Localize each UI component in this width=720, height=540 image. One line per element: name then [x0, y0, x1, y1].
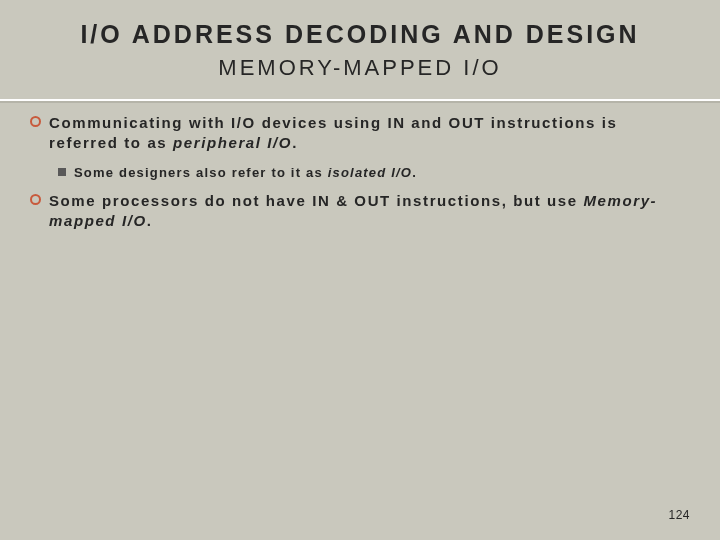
- bullet-level1: Communicating with I/O devices using IN …: [30, 113, 690, 154]
- bullet-level2: Some designers also refer to it as isola…: [58, 164, 690, 182]
- text-italic: peripheral I/O: [173, 134, 292, 151]
- text-run: Communicating with I/O devices using IN …: [49, 114, 617, 151]
- bullet-text: Some designers also refer to it as isola…: [74, 164, 417, 182]
- text-run: .: [292, 134, 298, 151]
- slide-title: I/O ADDRESS DECODING AND DESIGN: [28, 20, 692, 49]
- page-number: 124: [668, 508, 690, 522]
- text-run: Some designers also refer to it as: [74, 165, 328, 180]
- text-run: .: [412, 165, 417, 180]
- text-run: .: [147, 212, 153, 229]
- slide: I/O ADDRESS DECODING AND DESIGN MEMORY-M…: [0, 0, 720, 540]
- ring-bullet-icon: [30, 116, 41, 127]
- divider: [0, 99, 720, 103]
- text-italic: isolated I/O: [328, 165, 412, 180]
- text-run: Some processors do not have IN & OUT ins…: [49, 192, 583, 209]
- bullet-text: Some processors do not have IN & OUT ins…: [49, 191, 690, 232]
- content-area: Communicating with I/O devices using IN …: [28, 113, 692, 232]
- bullet-level1: Some processors do not have IN & OUT ins…: [30, 191, 690, 232]
- slide-subtitle: MEMORY-MAPPED I/O: [28, 55, 692, 81]
- ring-bullet-icon: [30, 194, 41, 205]
- square-bullet-icon: [58, 168, 66, 176]
- bullet-text: Communicating with I/O devices using IN …: [49, 113, 690, 154]
